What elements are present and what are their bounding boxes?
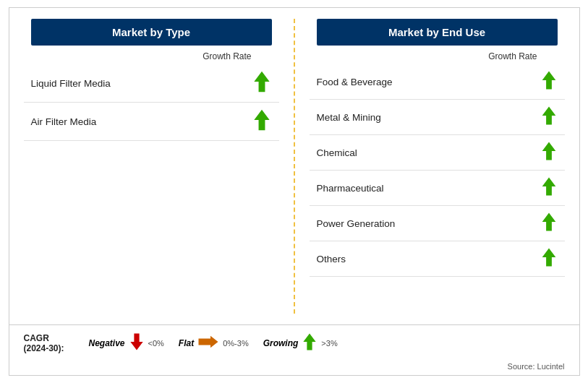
svg-marker-9 [199, 336, 218, 348]
item-label: Food & Beverage [317, 77, 393, 87]
orange-right-arrow-icon [197, 335, 219, 351]
svg-marker-7 [542, 249, 555, 267]
item-label: Liquid Filter Media [31, 78, 111, 89]
list-item: Food & Beverage [310, 64, 565, 100]
svg-marker-8 [130, 333, 142, 350]
svg-marker-1 [254, 110, 269, 130]
list-item: Liquid Filter Media [24, 64, 279, 103]
svg-marker-2 [542, 72, 555, 90]
left-growth-rate-label: Growth Rate [24, 51, 279, 61]
legend-flat-range: 0%-3% [223, 339, 248, 348]
green-up-arrow-icon [540, 106, 558, 129]
list-item: Pharmaceutical [310, 171, 565, 206]
right-growth-rate-label: Growth Rate [310, 51, 565, 61]
right-panel: Market by End Use Growth Rate Food & Bev… [295, 8, 579, 324]
item-label: Others [317, 254, 346, 264]
list-item: Metal & Mining [310, 100, 565, 135]
green-up-arrow-icon [540, 141, 558, 164]
svg-marker-6 [542, 213, 555, 231]
svg-marker-4 [542, 142, 555, 160]
svg-marker-5 [542, 178, 555, 196]
item-label: Metal & Mining [317, 112, 381, 123]
svg-marker-0 [254, 72, 269, 92]
svg-marker-3 [542, 107, 555, 125]
legend-negative-range: <0% [148, 339, 164, 348]
charts-row: Market by Type Growth Rate Liquid Filter… [9, 8, 579, 324]
green-up-arrow-icon [540, 176, 558, 199]
list-item: Power Generation [310, 206, 565, 241]
legend-growing: Growing >3% [263, 332, 338, 353]
source-bar: Source: Lucintel [9, 361, 579, 375]
left-item-list: Liquid Filter Media Air Filter Media [24, 64, 279, 141]
item-label: Pharmaceutical [317, 183, 384, 194]
green-up-arrow-icon [252, 108, 272, 134]
red-down-arrow-icon [129, 332, 145, 353]
main-container: Market by Type Growth Rate Liquid Filter… [9, 7, 580, 376]
green-up-arrow-icon-legend [302, 332, 318, 353]
source-label: Source: Lucintel [508, 362, 565, 371]
legend-growing-label: Growing [263, 338, 299, 348]
cagr-label: CAGR (2024-30): [24, 333, 74, 353]
right-panel-header: Market by End Use [317, 19, 558, 46]
legend-flat: Flat 0%-3% [179, 335, 249, 351]
list-item: Others [310, 241, 565, 277]
right-item-list: Food & Beverage Metal & Mining [310, 64, 565, 277]
green-up-arrow-icon [540, 70, 558, 93]
legend-negative: Negative <0% [89, 332, 164, 353]
green-up-arrow-icon [252, 70, 272, 96]
legend-negative-label: Negative [89, 338, 125, 348]
green-up-arrow-icon [540, 247, 558, 270]
svg-marker-10 [304, 333, 316, 350]
item-label: Chemical [317, 147, 357, 158]
left-panel: Market by Type Growth Rate Liquid Filter… [9, 8, 294, 324]
list-item: Chemical [310, 135, 565, 171]
item-label: Power Generation [317, 218, 396, 229]
left-panel-header: Market by Type [31, 19, 272, 46]
item-label: Air Filter Media [31, 116, 97, 127]
green-up-arrow-icon [540, 212, 558, 235]
legend-bar: CAGR (2024-30): Negative <0% Flat 0%-3% … [9, 324, 579, 361]
legend-growing-range: >3% [321, 339, 337, 348]
list-item: Air Filter Media [24, 103, 279, 141]
legend-flat-label: Flat [179, 338, 194, 348]
